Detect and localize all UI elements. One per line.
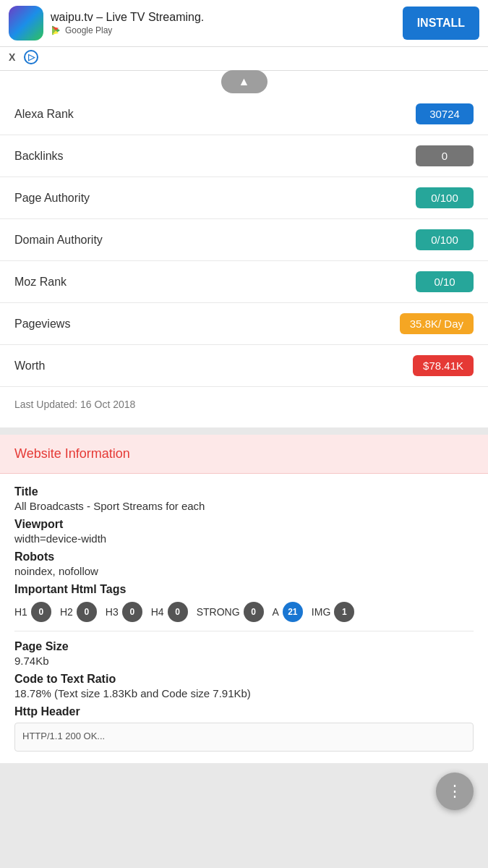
last-updated: Last Updated: 16 Oct 2018	[0, 387, 488, 413]
stat-label: Domain Authority	[14, 234, 103, 247]
tag-name: H2	[60, 606, 73, 618]
robots-label: Robots	[14, 550, 474, 563]
website-info-title: Website Information	[14, 446, 130, 461]
tag-item: STRONG 0	[197, 602, 264, 622]
stat-label: Alexa Rank	[14, 108, 74, 121]
stat-rows: Alexa Rank 30724 Backlinks 0 Page Author…	[0, 93, 488, 387]
tag-item: H3 0	[106, 602, 142, 622]
stat-badge: $78.41K	[413, 355, 474, 376]
google-play-icon	[51, 25, 62, 36]
tag-count: 0	[168, 602, 188, 622]
stat-row: Worth $78.41K	[0, 345, 488, 387]
info-title-item: Title All Broadcasts - Sport Streams for…	[14, 485, 474, 512]
stat-row: Backlinks 0	[0, 135, 488, 177]
stat-badge: 35.8K/ Day	[400, 313, 474, 334]
scroll-up-container: ▲	[0, 71, 488, 93]
http-header-section: Http Header HTTP/1.1 200 OK...	[14, 705, 474, 752]
info-viewport-item: Viewport width=device-width	[14, 518, 474, 545]
website-info-card: Website Information Title All Broadcasts…	[0, 435, 488, 763]
ad-logo	[9, 6, 43, 41]
tag-item: IMG 1	[312, 602, 354, 622]
title-value: All Broadcasts - Sport Streams for each	[14, 500, 474, 512]
stat-label: Worth	[14, 359, 45, 373]
ad-info-icon[interactable]: ▷	[24, 50, 38, 64]
stat-label: Pageviews	[14, 318, 70, 331]
info-page-size-item: Page Size 9.74Kb	[14, 640, 474, 667]
tag-name: STRONG	[197, 606, 240, 618]
ad-title: waipu.tv – Live TV Streaming.	[51, 10, 395, 25]
tag-count: 0	[122, 602, 142, 622]
code-ratio-value: 18.78% (Text size 1.83Kb and Code size 7…	[14, 687, 474, 699]
tag-count: 0	[31, 602, 51, 622]
tag-count: 0	[77, 602, 97, 622]
stat-badge: 0/100	[416, 187, 474, 208]
code-ratio-label: Code to Text Ratio	[14, 673, 474, 686]
stat-badge: 0/100	[416, 229, 474, 250]
fab-icon: ⋮	[447, 782, 463, 801]
page-size-label: Page Size	[14, 640, 474, 653]
stat-row: Alexa Rank 30724	[0, 93, 488, 135]
tag-name: H4	[151, 606, 164, 618]
stat-badge: 0/10	[416, 271, 474, 292]
tag-item: H1 0	[14, 602, 51, 622]
divider	[14, 631, 474, 631]
stat-row: Page Authority 0/100	[0, 177, 488, 219]
ad-close-button[interactable]: X	[9, 51, 15, 63]
info-robots-item: Robots noindex, nofollow	[14, 550, 474, 577]
page-size-value: 9.74Kb	[14, 655, 474, 667]
viewport-value: width=device-width	[14, 532, 474, 545]
title-label: Title	[14, 485, 474, 498]
ad-text: waipu.tv – Live TV Streaming. Google Pla…	[51, 10, 395, 37]
scroll-up-button[interactable]: ▲	[221, 70, 267, 93]
stat-row: Domain Authority 0/100	[0, 219, 488, 261]
stat-label: Page Authority	[14, 192, 90, 205]
tag-name: A	[273, 606, 279, 618]
tag-name: H3	[106, 606, 119, 618]
tag-name: H1	[14, 606, 27, 618]
tag-item: H2 0	[60, 602, 97, 622]
website-info-header: Website Information	[0, 435, 488, 474]
install-button[interactable]: INSTALL	[403, 7, 479, 40]
stat-badge: 0	[416, 145, 474, 166]
viewport-label: Viewport	[14, 518, 474, 531]
tag-item: A 21	[273, 602, 303, 622]
stat-label: Backlinks	[14, 150, 64, 163]
stat-row: Pageviews 35.8K/ Day	[0, 303, 488, 345]
section-gap	[0, 427, 488, 435]
html-tags-label: Important Html Tags	[14, 583, 474, 596]
stat-label: Moz Rank	[14, 276, 67, 289]
ad-banner: waipu.tv – Live TV Streaming. Google Pla…	[0, 0, 488, 47]
robots-value: noindex, nofollow	[14, 565, 474, 577]
ad-google-play: Google Play	[51, 25, 395, 36]
tag-name: IMG	[312, 606, 330, 618]
stats-card: ▲ Alexa Rank 30724 Backlinks 0 Page Auth…	[0, 71, 488, 427]
ad-controls: X ▷	[0, 47, 488, 71]
tag-count: 1	[334, 602, 354, 622]
info-content: Title All Broadcasts - Sport Streams for…	[0, 474, 488, 763]
http-header-box: HTTP/1.1 200 OK...	[14, 723, 474, 752]
tag-count: 21	[283, 602, 303, 622]
tag-count: 0	[244, 602, 264, 622]
tags-row: H1 0 H2 0 H3 0 H4 0 STRONG 0 A 21 IMG 1	[14, 602, 474, 622]
fab-button[interactable]: ⋮	[436, 773, 474, 810]
info-code-ratio-item: Code to Text Ratio 18.78% (Text size 1.8…	[14, 673, 474, 699]
html-tags-section: Important Html Tags H1 0 H2 0 H3 0 H4 0 …	[14, 583, 474, 622]
stat-row: Moz Rank 0/10	[0, 261, 488, 303]
stat-badge: 30724	[416, 103, 474, 124]
http-header-label: Http Header	[14, 705, 474, 718]
tag-item: H4 0	[151, 602, 188, 622]
